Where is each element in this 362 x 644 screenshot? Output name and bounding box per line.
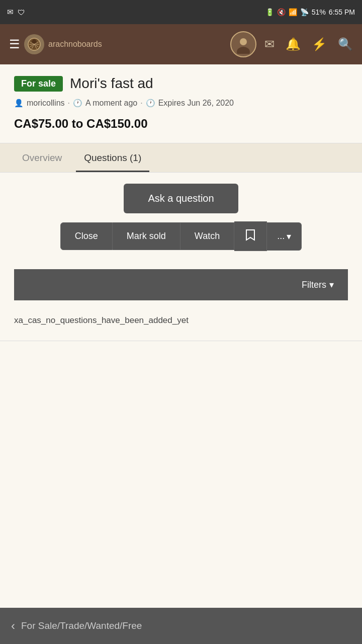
battery-percent: 51% <box>312 8 326 16</box>
bookmark-button[interactable] <box>234 221 267 251</box>
filters-bar: Filters ▾ <box>14 269 348 300</box>
listing-author: moricollins <box>27 99 65 108</box>
time: 6:55 PM <box>329 8 355 16</box>
tab-overview[interactable]: Overview <box>14 143 70 172</box>
wifi-icon: 📶 <box>289 8 297 16</box>
chevron-down-icon: ▾ <box>329 279 334 290</box>
listing-posted: A moment ago <box>85 99 137 108</box>
listing-title: Mori's fast ad <box>70 75 153 92</box>
tab-questions[interactable]: Questions (1) <box>76 143 149 172</box>
for-sale-badge: For sale <box>14 76 63 92</box>
watch-button[interactable]: Watch <box>180 222 234 250</box>
user-icon: 👤 <box>14 99 24 108</box>
tabs-container: Overview Questions (1) <box>0 143 362 173</box>
navbar-icons: ✉ 🔔 ⚡ 🔍 <box>264 37 353 51</box>
close-button[interactable]: Close <box>60 222 113 250</box>
listing-price: CA$75.00 to CA$150.00 <box>14 117 348 131</box>
mail-icon: ✉ <box>7 8 14 17</box>
user-avatar[interactable] <box>230 31 256 57</box>
mark-sold-button[interactable]: Mark sold <box>113 222 180 250</box>
lightning-icon[interactable]: ⚡ <box>312 37 327 51</box>
shield-icon: 🛡 <box>18 8 25 17</box>
signal-icon: 📡 <box>300 8 309 16</box>
status-bar: ✉ 🛡 🔋 🔇 📶 📡 51% 6:55 PM <box>0 0 362 24</box>
listing-expires: Expires Jun 26, 2020 <box>158 99 234 108</box>
mute-icon: 🔇 <box>277 8 286 16</box>
clock-icon-posted: 🕐 <box>73 99 82 108</box>
action-buttons-row: Close Mark sold Watch ... ▾ <box>60 221 302 251</box>
ask-question-button[interactable]: Ask a question <box>124 184 238 213</box>
bottom-nav-label[interactable]: For Sale/Trade/Wanted/Free <box>21 620 142 631</box>
search-icon[interactable]: 🔍 <box>338 37 353 51</box>
empty-message: xa_cas_no_questions_have_been_added_yet <box>0 300 362 341</box>
status-bar-right: 🔋 🔇 📶 📡 51% 6:55 PM <box>265 8 355 16</box>
bottom-nav: ‹ For Sale/Trade/Wanted/Free <box>0 608 362 644</box>
navbar-logo: ☰ arachnoboards <box>9 34 222 54</box>
listing-meta: 👤 moricollins · 🕐 A moment ago · 🕐 Expir… <box>14 99 348 108</box>
hamburger-icon[interactable]: ☰ <box>9 37 20 51</box>
svg-point-11 <box>240 38 247 45</box>
clock-icon-expires: 🕐 <box>146 99 155 108</box>
filters-button[interactable]: Filters ▾ <box>302 279 334 290</box>
chevron-down-icon: ▾ <box>287 231 291 242</box>
logo-text: arachnoboards <box>48 40 102 49</box>
message-icon[interactable]: ✉ <box>264 37 275 51</box>
back-icon[interactable]: ‹ <box>11 619 15 633</box>
main-content: For sale Mori's fast ad 👤 moricollins · … <box>0 64 362 608</box>
navbar: ☰ arachnoboards ✉ 🔔 ⚡ <box>0 24 362 64</box>
listing-header: For sale Mori's fast ad 👤 moricollins · … <box>0 64 362 143</box>
actions-area: Ask a question Close Mark sold Watch ...… <box>0 173 362 300</box>
more-button[interactable]: ... ▾ <box>267 222 302 251</box>
badge-title-row: For sale Mori's fast ad <box>14 75 348 92</box>
bell-icon[interactable]: 🔔 <box>286 37 301 51</box>
battery-icon: 🔋 <box>265 8 274 16</box>
status-bar-left: ✉ 🛡 <box>7 8 25 17</box>
logo-image <box>24 34 44 54</box>
